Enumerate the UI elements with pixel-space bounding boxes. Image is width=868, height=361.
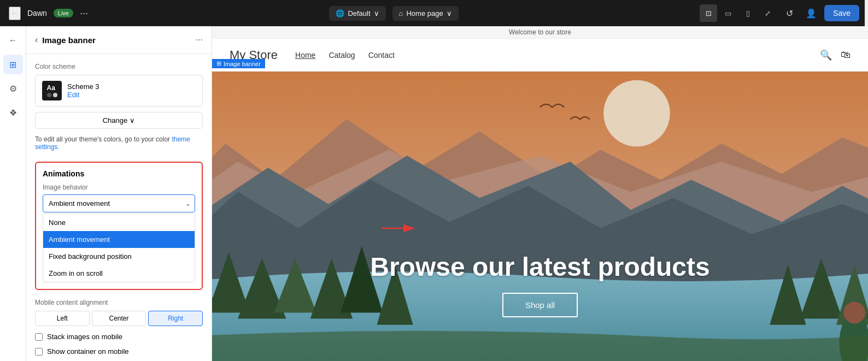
image-behavior-label: Image behavior	[43, 184, 195, 191]
panel-title: Image banner	[42, 35, 191, 45]
mobile-view-button[interactable]: ▯	[739, 4, 756, 22]
nav-catalog[interactable]: Catalog	[329, 51, 355, 60]
option-zoom-item[interactable]: Zoom in on scroll	[43, 265, 195, 282]
panel-header: ‹ Image banner ···	[26, 26, 212, 54]
nav-home[interactable]: Home	[295, 51, 315, 60]
option-fixed-item[interactable]: Fixed background position	[43, 248, 195, 265]
scheme-info: Scheme 3 Edit	[67, 82, 99, 99]
show-container-checkbox[interactable]	[35, 348, 43, 356]
undo-button[interactable]: ↺	[781, 4, 798, 22]
option-ambient-item[interactable]: Ambient movement	[43, 231, 195, 248]
banner-icon: ⊞	[216, 60, 221, 67]
chevron-down-icon-3: ∨	[130, 116, 135, 125]
stack-images-label: Stack images on mobile	[47, 333, 122, 341]
option-none-item[interactable]: None	[43, 214, 195, 231]
person-icon: 👤	[806, 8, 817, 19]
panel-body: Color scheme Aa Scheme 3 Edit	[26, 54, 212, 361]
dropdown-options: None Ambient movement Fixed background p…	[43, 214, 195, 282]
desktop-view-button[interactable]: ⊡	[700, 4, 717, 22]
topbar-center: 🌐 Default ∨ ⌂ Home page ∨	[329, 6, 458, 21]
show-container-label: Show container on mobile	[47, 347, 129, 356]
topbar-dots-button[interactable]: ···	[80, 8, 88, 19]
cart-icon[interactable]: 🛍	[841, 49, 851, 61]
redo-button[interactable]: 👤	[802, 4, 820, 22]
scheme-box: Aa Scheme 3 Edit	[35, 75, 203, 106]
sidebar-blocks-button[interactable]: ❖	[3, 103, 23, 122]
save-button[interactable]: Save	[824, 5, 859, 21]
sidebar-icons: ← ⊞ ⚙ ❖	[0, 26, 26, 361]
align-left-button[interactable]: Left	[35, 311, 90, 326]
animations-section: Animations Image behavior None Ambient m…	[35, 162, 203, 290]
animations-title: Animations	[43, 169, 195, 178]
store-header: My Store Home Catalog Contact 🔍 🛍	[212, 39, 868, 72]
fullscreen-view-button[interactable]: ⤢	[759, 4, 776, 22]
sidebar-settings-button[interactable]: ⚙	[3, 79, 23, 98]
color-scheme-label: Color scheme	[35, 63, 203, 70]
color-scheme-section: Color scheme Aa Scheme 3 Edit	[35, 63, 203, 151]
homepage-button[interactable]: ⌂ Home page ∨	[392, 6, 459, 21]
image-banner-label: ⊞ Image banner	[212, 59, 265, 68]
svg-point-1	[603, 80, 670, 147]
theme-settings-text: To edit all your theme's colors, go to y…	[35, 135, 203, 151]
align-right-button[interactable]: Right	[148, 311, 203, 326]
welcome-bar: Welcome to our store	[212, 26, 868, 39]
align-center-button[interactable]: Center	[92, 311, 146, 326]
dropdown-area: None Ambient movement Fixed background p…	[43, 194, 195, 282]
scheme-name: Scheme 3	[67, 82, 99, 91]
panel-back-button[interactable]: ‹	[35, 35, 38, 45]
store-nav: Home Catalog Contact	[295, 51, 395, 60]
show-container-row: Show container on mobile	[35, 347, 203, 356]
default-button[interactable]: 🌐 Default ∨	[329, 6, 385, 21]
scheme-icon: Aa	[42, 81, 62, 100]
shop-all-button[interactable]: Shop all	[502, 293, 578, 317]
main-area: ← ⊞ ⚙ ❖ ‹ Image banner ··· Color scheme …	[0, 26, 868, 361]
topbar-right: ⊡ ▭ ▯ ⤢ ↺ 👤 Save	[700, 4, 859, 22]
live-badge: Live	[54, 9, 73, 17]
globe-icon: 🌐	[336, 9, 344, 17]
chevron-down-icon-2: ∨	[447, 9, 452, 17]
panel-more-button[interactable]: ···	[196, 35, 203, 45]
behavior-select[interactable]: None Ambient movement Fixed background p…	[43, 194, 195, 212]
align-buttons: Left Center Right	[35, 311, 203, 326]
topbar: ← Dawn Live ··· 🌐 Default ∨ ⌂ Home page …	[0, 0, 868, 26]
change-button[interactable]: Change ∨	[35, 112, 203, 129]
preview-area: Welcome to our store My Store Home Catal…	[212, 26, 868, 361]
store-icons: 🔍 🛍	[820, 49, 851, 61]
sidebar-back-button[interactable]: ←	[3, 31, 23, 50]
hero-content: Browse our latest products Shop all	[212, 252, 868, 317]
view-icons: ⊡ ▭ ▯ ⤢	[700, 4, 776, 22]
home-icon: ⌂	[399, 9, 403, 17]
topbar-back-button[interactable]: ←	[9, 7, 21, 20]
chevron-down-icon: ∨	[374, 9, 379, 17]
topbar-left: ← Dawn Live ···	[9, 7, 88, 20]
nav-contact[interactable]: Contact	[368, 51, 395, 60]
tablet-view-button[interactable]: ▭	[719, 4, 737, 22]
stack-images-checkbox[interactable]	[35, 333, 43, 341]
hero-title: Browse our latest products	[370, 252, 709, 282]
settings-panel: ‹ Image banner ··· Color scheme Aa	[26, 26, 212, 361]
mobile-align-label: Mobile content alignment	[35, 299, 203, 306]
scheme-edit-link[interactable]: Edit	[67, 91, 99, 99]
theme-name: Dawn	[27, 9, 47, 17]
select-wrapper: None Ambient movement Fixed background p…	[43, 194, 195, 212]
stack-images-row: Stack images on mobile	[35, 333, 203, 341]
sidebar-sections-button[interactable]: ⊞	[3, 55, 23, 74]
hero-image: Browse our latest products Shop all	[212, 59, 868, 361]
mobile-alignment-section: Mobile content alignment Left Center Rig…	[35, 299, 203, 326]
search-icon[interactable]: 🔍	[820, 49, 832, 61]
